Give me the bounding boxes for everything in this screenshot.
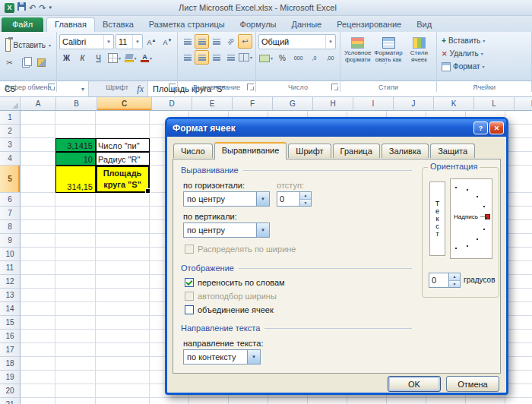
copy-button[interactable] [18,55,33,70]
cell-B13[interactable] [55,289,96,302]
dialog-tab-font[interactable]: Шрифт [288,144,331,158]
cell-B15[interactable] [55,316,96,330]
cell-C13[interactable] [96,289,150,302]
cell-M18[interactable] [505,357,532,371]
cell-M12[interactable] [505,275,532,289]
paste-button[interactable]: Вставить ▾ [2,34,54,55]
cell-A9[interactable] [21,234,55,248]
cell-C5[interactable]: Площадь круга "S" [96,166,150,193]
dialog-titlebar[interactable]: Формат ячеек ? ✕ [167,119,506,137]
horizontal-align-dropdown-icon[interactable]: ▼ [256,192,269,206]
cell-J21[interactable] [387,398,426,404]
ribbon-tab-formulas[interactable]: Формулы [233,17,284,32]
indent-up-icon[interactable]: ▲ [300,192,311,199]
wrap-text-checkbox-box[interactable] [185,278,194,287]
column-header-I[interactable]: I [353,97,394,110]
column-header-D[interactable]: D [152,97,192,110]
cell-M20[interactable] [505,384,532,398]
cell-D21[interactable] [150,398,189,404]
dialog-tab-number[interactable]: Число [173,144,213,158]
indent-down-icon[interactable]: ▼ [300,199,311,207]
alignment-dialog-launcher[interactable] [247,84,254,90]
vertical-align-dropdown-icon[interactable]: ▼ [256,223,269,237]
cell-A5[interactable] [21,166,55,193]
qat-customize-button[interactable]: ▾ [49,2,52,13]
cut-button[interactable]: ✂ [2,55,17,70]
ribbon-tab-file[interactable]: Файл [2,17,43,32]
cell-A16[interactable] [21,330,55,343]
ribbon-tab-page-layout[interactable]: Разметка страницы [141,17,233,32]
cell-A3[interactable] [21,138,55,152]
column-header-L[interactable]: L [474,97,515,110]
row-header-7[interactable]: 7 [0,207,21,220]
font-dialog-launcher[interactable] [169,84,176,90]
align-center-button[interactable] [195,50,209,65]
column-header-F[interactable]: F [233,97,273,110]
cell-B7[interactable] [55,207,96,220]
cell-M3[interactable] [505,138,532,152]
font-color-button[interactable]: А▾ [139,51,154,65]
cell-B20[interactable] [55,384,96,398]
row-header-10[interactable]: 10 [0,248,21,261]
borders-button[interactable]: ▾ [107,51,122,65]
cell-A7[interactable] [21,207,55,220]
shrink-to-fit-checkbox[interactable]: автоподбор ширины [185,292,277,301]
shrink-to-fit-checkbox-box[interactable] [185,292,194,301]
cell-B9[interactable] [55,234,96,248]
cell-M10[interactable] [505,248,532,261]
align-left-button[interactable] [180,50,195,65]
ribbon-tab-review[interactable]: Рецензирование [329,17,409,32]
cell-C14[interactable] [96,302,150,316]
cell-A11[interactable] [21,261,55,275]
cell-C9[interactable] [96,234,150,248]
column-header-K[interactable]: K [434,97,474,110]
delete-cells-button[interactable]: ✕Удалить▾ [439,47,529,60]
cell-B8[interactable] [55,220,96,234]
cell-B1[interactable] [55,111,96,125]
underline-button[interactable]: Ч [91,51,106,65]
currency-format-button[interactable]: ▾ [258,51,274,65]
horizontal-align-select[interactable]: по центру ▼ [183,191,270,207]
cell-B2[interactable] [55,125,96,138]
column-header-G[interactable]: G [273,97,313,110]
row-header-8[interactable]: 8 [0,220,21,234]
cell-M15[interactable] [505,316,532,330]
align-bottom-button[interactable] [209,34,223,49]
dialog-tab-border[interactable]: Граница [333,144,380,158]
undo-button[interactable]: ↶ [29,2,36,13]
conditional-formatting-button[interactable]: Условное форматирование [343,34,372,74]
cell-C17[interactable] [96,343,150,357]
font-name-select[interactable]: Calibri ▼ [59,34,114,49]
cell-F21[interactable] [229,398,268,404]
row-header-4[interactable]: 4 [0,152,21,166]
row-header-12[interactable]: 12 [0,275,21,289]
shrink-font-button[interactable]: А▼ [160,35,175,49]
cell-H21[interactable] [308,398,347,404]
cell-B17[interactable] [55,343,96,357]
cell-A6[interactable] [21,193,55,207]
cell-L21[interactable] [466,398,505,404]
vertical-align-select[interactable]: по центру ▼ [183,223,270,238]
cell-M19[interactable] [505,371,532,384]
cell-K21[interactable] [426,398,466,404]
save-button[interactable] [17,2,26,13]
column-header-B[interactable]: B [56,97,97,110]
degrees-down-icon[interactable]: ▼ [449,280,460,288]
cell-C3[interactable]: Число "пи" [96,138,150,152]
row-header-2[interactable]: 2 [0,125,21,138]
cell-G21[interactable] [268,398,308,404]
cell-A17[interactable] [21,343,55,357]
merge-center-button[interactable]: ▾ [238,50,253,65]
cell-B3[interactable]: 3,1415 [55,138,96,152]
cell-C7[interactable] [96,207,150,220]
dialog-tab-fill[interactable]: Заливка [382,144,429,158]
number-dialog-launcher[interactable] [331,84,338,90]
cell-M8[interactable] [505,220,532,234]
cell-A8[interactable] [21,220,55,234]
cell-C4[interactable]: Радиус "R" [96,152,150,166]
font-size-select[interactable]: 11 ▼ [116,34,143,49]
decrease-decimal-button[interactable]: ,00 [323,51,337,65]
cell-B12[interactable] [55,275,96,289]
insert-cells-button[interactable]: +Вставить▾ [439,34,529,47]
row-header-5[interactable]: 5 [0,166,21,193]
